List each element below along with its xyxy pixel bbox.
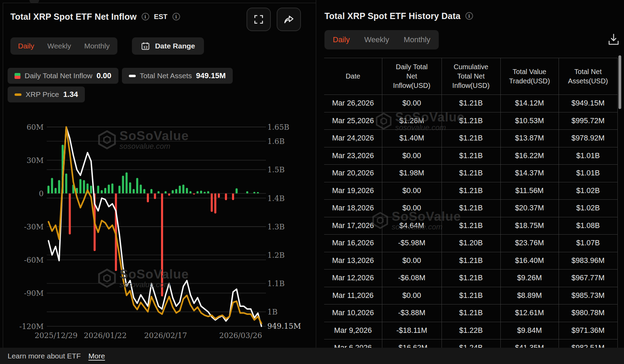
- cell-date: Mar 12,2026: [324, 270, 382, 287]
- inflow-bar-positive: [51, 178, 53, 193]
- table-scrollbar[interactable]: [618, 55, 621, 109]
- inflow-bar-positive: [129, 182, 131, 193]
- cell-net-assets: $983.96M: [559, 252, 617, 270]
- cell-value-traded: $20.37M: [500, 200, 559, 217]
- cell-value-traded: $9.84M: [500, 322, 559, 339]
- cell-net-assets: $1.08B: [559, 217, 617, 235]
- cell-date: Mar 10,2026: [324, 304, 382, 322]
- cell-date: Mar 16,2026: [324, 235, 382, 252]
- cell-date: Mar 26,2026: [324, 95, 382, 112]
- axis-tick-label: 2026/02/17: [144, 331, 187, 340]
- inflow-bar-negative: [168, 193, 170, 195]
- inflow-bar-negative: [211, 193, 213, 212]
- table-row[interactable]: Mar 23,2026$0.00$1.21B$16.22M$1.01B: [324, 147, 617, 165]
- cell-cumulative-inflow: $1.22B: [442, 322, 500, 339]
- cell-cumulative-inflow: $1.21B: [442, 200, 500, 217]
- cell-net-assets: $967.77M: [559, 270, 617, 287]
- cell-cumulative-inflow: $1.21B: [442, 130, 500, 147]
- etf-dashboard: Total XRP Spot ETF Net Inflow i EST i Da…: [0, 0, 624, 364]
- cell-daily-inflow: $0.00: [382, 287, 442, 304]
- axis-tick-label: 949.15M: [267, 322, 301, 330]
- inflow-bar-positive: [118, 186, 121, 193]
- history-data-panel: Total XRP Spot ETF History Data i Daily …: [316, 0, 624, 348]
- inflow-bar-positive: [122, 176, 124, 193]
- cell-date: Mar 20,2026: [324, 165, 382, 182]
- inflow-bar-positive: [133, 189, 135, 193]
- cell-cumulative-inflow: $1.21B: [442, 165, 500, 182]
- axis-tick-label: -120M: [19, 322, 44, 331]
- cell-cumulative-inflow: $1.20B: [442, 235, 500, 252]
- table-row[interactable]: Mar 17,2026$4.64M$1.21B$18.75M$1.08B: [324, 217, 617, 235]
- table-header-row: Total XRP Spot ETF History Data i: [324, 9, 473, 23]
- cell-value-traded: $16.22M: [500, 147, 559, 165]
- cell-date: Mar 25,2026: [324, 112, 382, 130]
- cell-date: Mar 9,2026: [324, 322, 382, 339]
- download-icon: [608, 33, 619, 46]
- cell-net-assets: $1.02B: [559, 200, 617, 217]
- cell-cumulative-inflow: $1.21B: [442, 287, 500, 304]
- table-row[interactable]: Mar 10,2026-$3.88M$1.21B$12.61M$980.78M: [324, 304, 617, 322]
- axis-tick-label: -90M: [24, 289, 44, 298]
- cell-cumulative-inflow: $1.21B: [442, 252, 500, 270]
- tab-weekly[interactable]: Weekly: [364, 35, 389, 44]
- inflow-bar-negative: [218, 193, 220, 198]
- tab-daily[interactable]: Daily: [333, 35, 350, 44]
- info-icon[interactable]: i: [465, 12, 473, 20]
- inflow-bar-negative: [193, 193, 195, 194]
- inflow-bar-positive: [246, 191, 248, 193]
- cell-date: Mar 18,2026: [324, 200, 382, 217]
- cell-daily-inflow: $1.26M: [382, 112, 442, 130]
- table-row[interactable]: Mar 13,2026$0.00$1.21B$16.40M$983.96M: [324, 252, 617, 270]
- cell-date: Mar 13,2026: [324, 252, 382, 270]
- table-row[interactable]: Mar 20,2026$1.98M$1.21B$14.37M$1.01B: [324, 165, 617, 182]
- cell-value-traded: $9.26M: [500, 270, 559, 287]
- cell-cumulative-inflow: $1.21B: [442, 270, 500, 287]
- table-row[interactable]: Mar 26,2026$0.00$1.21B$14.12M$949.15M: [324, 95, 617, 112]
- table-row[interactable]: Mar 16,2026-$5.98M$1.20B$23.76M$1.07B: [324, 235, 617, 252]
- axis-tick-label: 1.2B: [267, 251, 285, 260]
- axis-tick-label: 1.5B: [267, 165, 285, 174]
- axis-tick-label: 60M: [27, 123, 44, 131]
- cell-date: Mar 24,2026: [324, 130, 382, 147]
- cell-daily-inflow: $1.40M: [382, 130, 442, 147]
- inflow-bar-positive: [97, 186, 99, 193]
- cell-value-traded: $12.61M: [500, 304, 559, 322]
- cell-daily-inflow: $0.00: [382, 252, 442, 270]
- cell-value-traded: $8.89M: [500, 287, 559, 304]
- cell-net-assets: $985.73M: [559, 287, 617, 304]
- inflow-bar-positive: [112, 183, 114, 193]
- cell-net-assets: $1.01B: [559, 147, 617, 165]
- table-row[interactable]: Mar 12,2026-$6.08M$1.21B$9.26M$967.77M: [324, 270, 617, 287]
- footer-more-link[interactable]: More: [88, 352, 105, 360]
- tab-monthly[interactable]: Monthly: [404, 35, 430, 44]
- inflow-bar-positive: [197, 191, 199, 193]
- axis-tick-label: 1.4B: [267, 194, 285, 203]
- inflow-bar-positive: [140, 184, 142, 193]
- column-header: Total Value Traded(USD): [500, 58, 559, 95]
- axis-tick-label: 1B: [267, 308, 277, 316]
- table-row[interactable]: Mar 18,2026$0.00$1.21B$20.37M$1.02B: [324, 200, 617, 217]
- inflow-bar-positive: [108, 184, 110, 193]
- table-row[interactable]: Mar 25,2026$1.26M$1.21B$10.53M$995.72M: [324, 112, 617, 130]
- axis-tick-label: 2026/03/26: [219, 331, 262, 340]
- inflow-bar-negative: [232, 193, 234, 200]
- inflow-bar-negative: [154, 193, 156, 199]
- cell-cumulative-inflow: $1.21B: [442, 304, 500, 322]
- inflow-bar-positive: [47, 186, 50, 193]
- download-button[interactable]: [606, 32, 621, 47]
- table-row[interactable]: Mar 24,2026$1.40M$1.21B$13.87M$978.92M: [324, 130, 617, 147]
- inflow-bar-positive: [164, 191, 167, 193]
- cell-date: Mar 11,2026: [324, 287, 382, 304]
- inflow-bar-positive: [175, 189, 177, 193]
- inflow-bar-positive: [235, 188, 238, 193]
- cell-cumulative-inflow: $1.21B: [442, 112, 500, 130]
- cell-daily-inflow: -$5.98M: [382, 235, 442, 252]
- cell-cumulative-inflow: $1.21B: [442, 182, 500, 200]
- cell-date: Mar 17,2026: [324, 217, 382, 235]
- table-row[interactable]: Mar 9,2026-$18.11M$1.22B$9.84M$971.36M: [324, 322, 617, 339]
- cell-value-traded: $23.76M: [500, 235, 559, 252]
- table-row[interactable]: Mar 19,2026$0.00$1.21B$11.56M$1.02B: [324, 182, 617, 200]
- cell-net-assets: $949.15M: [559, 95, 617, 112]
- table-row[interactable]: Mar 11,2026$0.00$1.21B$8.89M$985.73M: [324, 287, 617, 304]
- cell-net-assets: $1.01B: [559, 165, 617, 182]
